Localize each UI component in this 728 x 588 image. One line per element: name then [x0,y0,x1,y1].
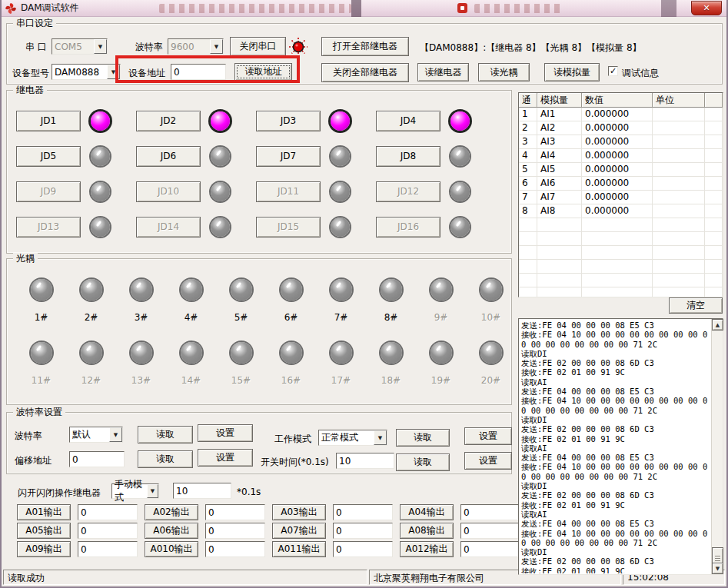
table-cell: 8 [519,204,537,218]
table-cell [653,218,705,232]
output-value-input[interactable] [78,504,138,520]
opto-channel: 20# [466,339,516,386]
output-value-input[interactable] [205,504,265,520]
relay-button[interactable]: JD11 [256,181,321,202]
debug-info-checkbox[interactable]: ✓ [608,66,618,76]
baud-read-button[interactable]: 读取 [138,426,193,443]
close-serial-button[interactable]: 关闭串口 [230,37,286,56]
output-value-input[interactable] [78,541,138,557]
opto-light-icon [331,279,352,301]
clear-log-button[interactable]: 清空 [669,297,723,314]
table-row[interactable] [519,260,723,274]
relay-button[interactable]: JD4 [376,111,440,131]
output-button[interactable]: A03输出 [272,504,326,520]
work-mode-read-button[interactable]: 读取 [396,429,450,447]
table-row[interactable]: 4AI40.000000 [519,149,723,163]
work-mode-set-button[interactable]: 设置 [464,427,512,445]
offset-set-button[interactable]: 设置 [198,449,253,467]
table-row[interactable]: 3AI30.000000 [519,135,723,149]
baud-rate-select[interactable]: 9600 ▼ [168,38,224,55]
output-value-input[interactable] [333,541,393,557]
relay-button[interactable]: JD13 [16,217,81,238]
device-model-select[interactable]: DAM0888 ▼ [52,64,121,80]
analog-table[interactable]: 通模拟量数值单位1AI10.0000002AI20.0000003AI30.00… [518,92,723,297]
output-value-input[interactable] [205,541,265,557]
relay-button[interactable]: JD1 [16,111,81,131]
table-cell [705,177,723,191]
output-value-input[interactable] [333,504,393,520]
output-button[interactable]: A012输出 [400,541,454,557]
relay-button[interactable]: JD16 [376,217,440,238]
relay-button[interactable]: JD2 [136,111,201,131]
read-relay-button[interactable]: 读继电器 [417,63,469,81]
read-analog-button[interactable]: 读模拟量 [544,63,600,81]
table-row[interactable]: 1AI10.000000 [519,108,723,121]
output-button[interactable]: A01输出 [17,504,71,520]
scroll-up-icon[interactable]: ▲ [712,319,723,331]
opto-channel: 13# [116,339,166,386]
baud-group-title: 波特率设置 [13,407,65,417]
baud-setting-select[interactable]: 默认 ▼ [69,427,123,443]
output-value-input[interactable] [460,504,520,520]
output-value-input[interactable] [333,523,393,539]
relay-cell: JD16 [376,209,496,244]
output-value-input[interactable] [460,523,520,539]
close-all-relays-button[interactable]: 关闭全部继电器 [321,63,409,82]
opto-channel-label: 11# [32,375,51,386]
table-row[interactable] [519,218,723,232]
flash-time-input[interactable] [173,483,231,499]
offset-read-button[interactable]: 读取 [138,450,193,468]
debug-log[interactable]: 发送:FE 04 00 00 00 08 E5 C3 接收:FE 04 10 0… [518,318,723,575]
relay-button[interactable]: JD8 [376,146,440,167]
scroll-down-icon[interactable]: ▼ [712,563,723,574]
output-button[interactable]: A08输出 [400,523,454,539]
output-value-input[interactable] [78,523,138,539]
switch-time-read-button[interactable]: 读取 [396,453,450,471]
output-button[interactable]: A04输出 [400,504,454,520]
work-mode-select[interactable]: 正常模式 ▼ [318,430,387,446]
close-button[interactable]: ✕ [691,1,722,15]
baud-label: 波特率 [135,41,163,54]
table-row[interactable]: 7AI70.000000 [519,191,723,204]
table-row[interactable]: 8AI80.000000 [519,204,723,218]
device-address-input[interactable] [171,64,226,80]
output-button[interactable]: A07输出 [272,523,326,539]
open-all-relays-button[interactable]: 打开全部继电器 [321,37,409,56]
com-port-select[interactable]: COM5 ▼ [52,38,108,55]
background-window-ghost [474,4,563,13]
output-button[interactable]: A010输出 [145,541,198,557]
output-value-input[interactable] [205,523,265,539]
switch-time-input[interactable] [336,453,394,469]
table-row[interactable]: 5AI50.000000 [519,163,723,177]
relay-button[interactable]: JD6 [136,146,201,167]
table-header-row[interactable]: 通模拟量数值单位 [519,93,723,108]
opto-channel-label: 1# [35,312,48,323]
output-button[interactable]: A05输出 [17,523,71,539]
log-scrollbar[interactable]: ▲ ▼ [711,319,723,574]
table-row[interactable]: 6AI60.000000 [519,177,723,191]
relay-button[interactable]: JD15 [256,217,321,238]
relay-button[interactable]: JD7 [256,146,321,167]
output-button[interactable]: A09输出 [17,541,71,557]
read-opto-button[interactable]: 读光耦 [478,63,530,81]
table-row[interactable] [519,246,723,260]
output-value-input[interactable] [460,541,520,557]
output-button[interactable]: A06输出 [145,523,198,539]
relay-button[interactable]: JD10 [136,181,201,202]
table-row[interactable] [519,274,723,287]
table-row[interactable]: 2AI20.000000 [519,121,723,135]
baud-set-button[interactable]: 设置 [198,424,253,442]
table-row[interactable] [519,287,723,297]
relay-button[interactable]: JD12 [376,181,440,202]
relay-button[interactable]: JD14 [136,217,201,238]
relay-button[interactable]: JD5 [16,146,81,167]
switch-time-set-button[interactable]: 设置 [464,452,512,470]
flash-mode-select[interactable]: 手动模式 ▼ [111,483,159,499]
relay-button[interactable]: JD9 [16,181,81,202]
output-button[interactable]: A011输出 [272,541,326,557]
table-row[interactable] [519,232,723,246]
read-address-button[interactable]: 读取地址 [234,63,292,81]
offset-address-input[interactable] [69,451,125,467]
output-button[interactable]: A02输出 [145,504,198,520]
relay-button[interactable]: JD3 [256,111,321,131]
